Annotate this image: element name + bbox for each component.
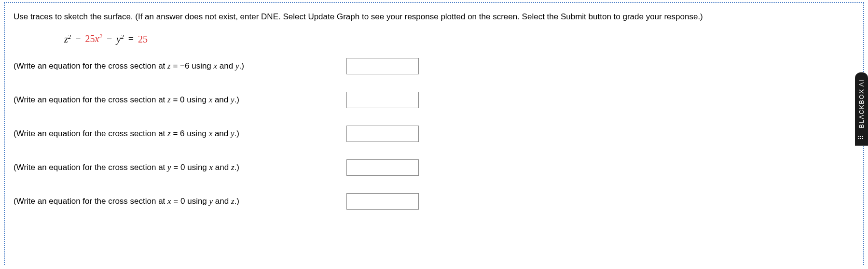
answer-input-5[interactable] bbox=[346, 193, 419, 210]
surface-equation: z2 − 25x2 − y2 = 25 bbox=[64, 33, 854, 45]
question-text-2: (Write an equation for the cross section… bbox=[14, 95, 346, 105]
question-row-4: (Write an equation for the cross section… bbox=[14, 159, 854, 176]
question-text-3: (Write an equation for the cross section… bbox=[14, 129, 346, 139]
question-content: Use traces to sketch the surface. (If an… bbox=[5, 7, 863, 231]
question-row-2: (Write an equation for the cross section… bbox=[14, 92, 854, 108]
question-row-5: (Write an equation for the cross section… bbox=[14, 193, 854, 210]
blackbox-ai-tab[interactable]: BLACKBOX AI bbox=[855, 72, 868, 146]
question-row-3: (Write an equation for the cross section… bbox=[14, 126, 854, 142]
question-row-1: (Write an equation for the cross section… bbox=[14, 58, 854, 74]
answer-input-4[interactable] bbox=[346, 159, 419, 176]
answer-input-2[interactable] bbox=[346, 92, 419, 108]
blackbox-label: BLACKBOX AI bbox=[858, 79, 865, 128]
dots-icon bbox=[858, 132, 865, 139]
question-text-5: (Write an equation for the cross section… bbox=[14, 197, 346, 206]
question-text-1: (Write an equation for the cross section… bbox=[14, 61, 346, 71]
question-text-4: (Write an equation for the cross section… bbox=[14, 163, 346, 172]
answer-input-1[interactable] bbox=[346, 58, 419, 74]
question-container: Use traces to sketch the surface. (If an… bbox=[4, 2, 864, 265]
answer-input-3[interactable] bbox=[346, 126, 419, 142]
instructions-text: Use traces to sketch the surface. (If an… bbox=[14, 11, 854, 23]
